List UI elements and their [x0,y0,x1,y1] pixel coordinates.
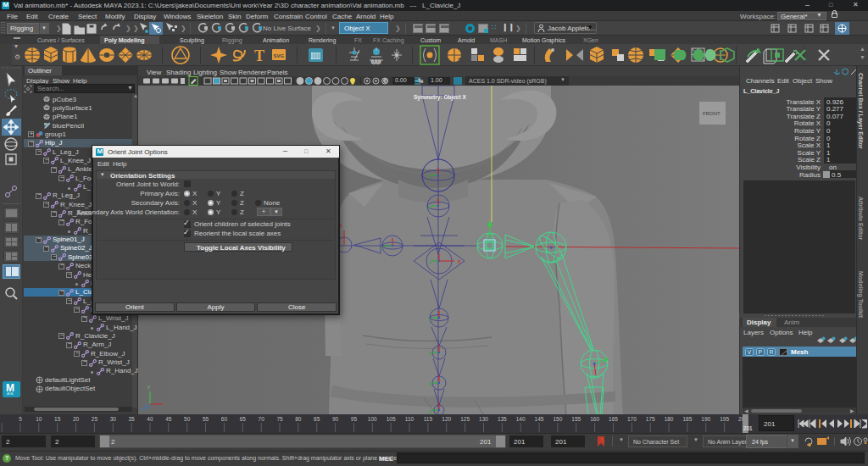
svg-text:195: 195 [720,416,729,422]
svg-text:190: 190 [701,416,710,422]
svg-text:15: 15 [54,416,61,422]
svg-text:70: 70 [259,416,265,422]
svg-text:0,0,0: 0,0,0 [371,59,381,64]
svg-text:y: y [382,244,385,249]
svg-text:y: y [429,259,431,264]
svg-text:145: 145 [535,416,544,422]
svg-text:130: 130 [479,416,488,422]
svg-text:5: 5 [19,416,22,422]
svg-text:45: 45 [165,416,172,422]
svg-text:T: T [254,47,264,64]
svg-text:y: y [147,384,150,389]
svg-text:60: 60 [221,416,228,422]
svg-text:165: 165 [609,416,618,422]
svg-text:180: 180 [665,416,674,422]
svg-text:100: 100 [368,416,377,422]
svg-text:SVG: SVG [274,53,285,58]
svg-text:160: 160 [590,416,599,422]
svg-text:85: 85 [314,416,320,422]
svg-text:65: 65 [240,416,247,422]
svg-text:y: y [429,316,431,321]
svg-text:50: 50 [184,416,191,422]
svg-text:135: 135 [498,416,507,422]
svg-text:55: 55 [203,416,209,422]
svg-text:201: 201 [743,425,753,431]
svg-text:175: 175 [646,416,655,422]
svg-text:20: 20 [73,416,80,422]
svg-text:75: 75 [276,416,283,422]
svg-text:150: 150 [553,416,562,422]
svg-text:125: 125 [460,416,470,422]
svg-text:170: 170 [627,416,637,422]
svg-text:25: 25 [92,416,98,422]
svg-text:y: y [429,381,431,386]
svg-text:105: 105 [387,416,396,422]
svg-text:185: 185 [682,416,692,422]
svg-text:120: 120 [442,416,451,422]
svg-text:95: 95 [351,416,358,422]
svg-text:y: y [428,174,431,179]
svg-text:140: 140 [516,416,526,422]
svg-text:90: 90 [332,416,339,422]
svg-text:110: 110 [405,416,415,422]
svg-text:y: y [428,204,431,209]
svg-text:80: 80 [295,416,302,422]
svg-text:40: 40 [147,416,153,422]
svg-text:155: 155 [571,416,581,422]
svg-text:y: y [429,351,431,356]
svg-text:115: 115 [424,416,433,422]
svg-text:35: 35 [129,416,136,422]
svg-text:Symmetry: Object X: Symmetry: Object X [414,94,466,101]
svg-text:FRONT: FRONT [703,111,721,116]
svg-text:10: 10 [36,416,42,422]
svg-text:x: x [458,258,461,264]
svg-text:30: 30 [110,416,117,422]
svg-text:y: y [429,408,431,413]
